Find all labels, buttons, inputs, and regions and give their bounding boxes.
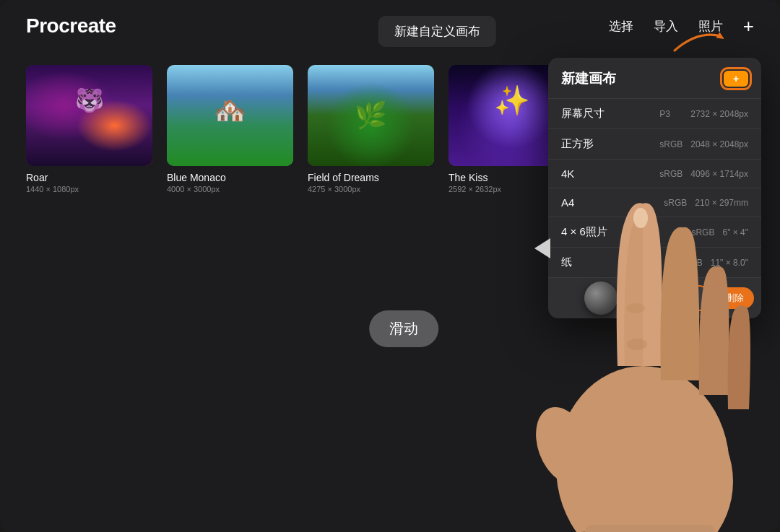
cmyk-circle bbox=[584, 282, 618, 315]
panel-header: 新建画布 + bbox=[548, 58, 761, 99]
swipe-arrow bbox=[534, 238, 550, 258]
edit-button[interactable]: 编辑 bbox=[667, 287, 709, 309]
gallery-item-monaco[interactable]: Blue Monaco 4000 × 3000px bbox=[167, 65, 293, 193]
new-canvas-panel: 新建画布 + 屏幕尺寸 P3 2732 × 2048px 正方形 sRGB 20… bbox=[548, 58, 761, 318]
panel-new-icon: + bbox=[733, 74, 739, 84]
panel-row-4x6[interactable]: 4 × 6照片 sRGB 6" × 4" bbox=[548, 217, 761, 248]
gallery-thumb-roar[interactable] bbox=[26, 65, 152, 166]
gallery-thumb-monaco[interactable] bbox=[167, 65, 293, 166]
panel-rows: 屏幕尺寸 P3 2732 × 2048px 正方形 sRGB 2048 × 20… bbox=[548, 99, 761, 318]
panel-row-4k[interactable]: 4K sRGB 4096 × 1714px bbox=[548, 160, 761, 188]
gallery-label-dreams: Field of Dreams 4275 × 3000px bbox=[308, 172, 434, 193]
panel-title: 新建画布 bbox=[561, 69, 616, 88]
gallery-thumb-dreams[interactable] bbox=[308, 65, 434, 166]
panel-row-screen[interactable]: 屏幕尺寸 P3 2732 × 2048px bbox=[548, 99, 761, 129]
gallery-item-roar[interactable]: Roar 1440 × 1080px bbox=[26, 65, 152, 193]
new-canvas-tooltip: 新建自定义画布 bbox=[378, 16, 496, 47]
gallery-item-dreams[interactable]: Field of Dreams 4275 × 3000px bbox=[308, 65, 434, 193]
artwork-roar bbox=[26, 65, 152, 166]
artwork-dreams bbox=[308, 65, 434, 166]
panel-row-paper[interactable]: 纸 sRGB 11" × 8.0" bbox=[548, 248, 761, 278]
gallery-label-roar: Roar 1440 × 1080px bbox=[26, 172, 152, 193]
arrow-container bbox=[669, 27, 727, 59]
panel-row-cmyk[interactable]: CMYK 编辑 删除 bbox=[548, 278, 761, 318]
arrow-left-icon bbox=[534, 238, 550, 258]
panel-row-a4[interactable]: A4 sRGB 210 × 297mm bbox=[548, 188, 761, 217]
delete-button[interactable]: 删除 bbox=[715, 287, 754, 309]
panel-new-button[interactable]: + bbox=[724, 71, 748, 87]
cmyk-actions: 编辑 删除 bbox=[667, 287, 754, 309]
gallery-label-monaco: Blue Monaco 4000 × 3000px bbox=[167, 172, 293, 193]
slide-label: 滑动 bbox=[369, 310, 438, 347]
select-button[interactable]: 选择 bbox=[609, 18, 633, 35]
plus-button[interactable]: + bbox=[743, 17, 754, 35]
orange-arrow-icon bbox=[669, 27, 727, 56]
artwork-monaco bbox=[167, 65, 293, 166]
panel-row-square[interactable]: 正方形 sRGB 2048 × 2048px bbox=[548, 129, 761, 160]
app-title: Procreate bbox=[26, 14, 116, 38]
